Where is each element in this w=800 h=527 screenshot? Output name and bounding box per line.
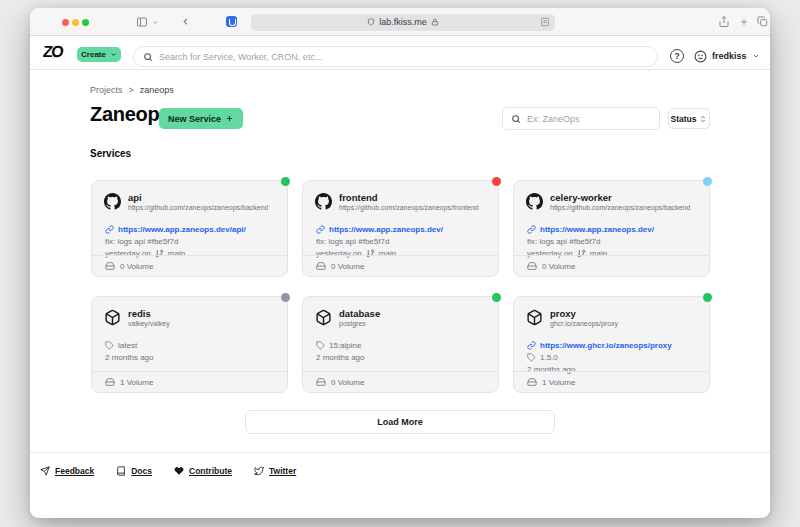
service-card-database[interactable]: database postgres 15:alpine 2 months ago… [302,296,499,393]
status-filter-button[interactable]: Status [668,108,710,129]
tag-icon [105,341,114,350]
search-icon [511,114,521,124]
volume-icon [316,377,326,387]
service-tag: latest [105,339,279,351]
service-updated: 2 months ago [105,351,279,363]
service-filter[interactable] [502,107,660,130]
sidebar-chevron-icon[interactable] [152,19,159,26]
address-bar[interactable]: lab.fkiss.me [251,14,555,31]
volume-icon [105,377,115,387]
browser-window: lab.fkiss.me ZO Create [30,8,770,518]
breadcrumb-current[interactable]: zaneops [140,85,174,95]
service-name: proxy [550,308,618,319]
tab-overview-icon[interactable] [757,16,768,27]
help-button[interactable]: ? [670,49,684,63]
zoom-window-button[interactable] [82,19,89,26]
footer-link-feedback[interactable]: Feedback [40,466,94,476]
service-volumes: 0 Volume [92,255,287,276]
status-dot [703,293,712,302]
send-icon [40,466,50,476]
breadcrumb: Projects > zaneops [90,85,174,95]
status-dot [703,177,712,186]
status-dot [281,177,290,186]
service-name: celery-worker [550,192,690,203]
service-updated: 2 months ago [316,351,490,363]
service-card-frontend[interactable]: frontend https://github.com/zaneops/zane… [302,180,499,277]
load-more-button[interactable]: Load More [245,410,555,434]
twitter-icon [254,466,264,476]
service-name: redis [128,308,170,319]
share-icon[interactable] [718,15,730,28]
footer-link-contribute[interactable]: Contribute [174,466,232,476]
package-icon [315,309,332,326]
chevron-down-icon [752,52,760,60]
service-source: valkey/valkey [128,319,170,328]
avatar-icon [694,50,707,63]
app-header: ZO Create ? fredkiss [30,36,770,70]
footer-link-docs[interactable]: Docs [116,466,152,476]
service-filter-input[interactable] [527,114,651,124]
url-text: lab.fkiss.me [379,17,427,27]
service-card-redis[interactable]: redis valkey/valkey latest 2 months ago … [91,296,288,393]
minimize-window-button[interactable] [72,19,79,26]
zaneops-logo[interactable]: ZO [42,43,63,61]
service-volumes: 1 Volume [92,371,287,392]
chevrons-up-down-icon [699,115,707,123]
service-name: database [339,308,380,319]
service-card-proxy[interactable]: proxy ghcr.io/zaneops/proxy https://www.… [513,296,710,393]
link-icon [527,225,536,234]
package-icon [526,309,543,326]
global-search[interactable] [133,46,658,67]
tag-icon [527,353,536,362]
service-url-link[interactable]: https://www.ghcr.io/zaneops/proxy [527,339,701,351]
chevron-down-icon [110,51,117,58]
sidebar-toggle-icon[interactable] [136,16,148,28]
lock-icon [431,18,439,26]
global-search-input[interactable] [159,52,648,62]
status-dot [492,177,501,186]
breadcrumb-projects[interactable]: Projects [90,85,123,95]
service-source: postgres [339,319,380,328]
service-source: https://github.com/zaneops/zaneops/backe… [550,203,690,212]
status-dot [492,293,501,302]
new-tab-icon[interactable] [739,17,749,27]
link-icon [527,341,536,350]
service-volumes: 0 Volume [514,255,709,276]
back-icon[interactable] [180,16,191,27]
plus-icon [225,114,234,123]
service-source: https://github.com/zaneops/zaneops/front… [339,203,479,212]
service-name: api [128,192,268,203]
github-icon [526,193,543,210]
footer-link-twitter[interactable]: Twitter [254,466,296,476]
book-icon [116,466,126,476]
service-commit: fix: logs api #fbe5f7d [316,235,490,247]
volume-icon [316,261,326,271]
new-service-button[interactable]: New Service [159,108,243,129]
user-name: fredkiss [712,51,747,61]
service-source: ghcr.io/zaneops/proxy [550,319,618,328]
service-commit: fix: logs api #fbe5f7d [105,235,279,247]
site-favicon[interactable] [226,16,237,27]
service-card-celery-worker[interactable]: celery-worker https://github.com/zaneops… [513,180,710,277]
service-volumes: 0 Volume [303,371,498,392]
create-button[interactable]: Create [77,47,121,62]
search-icon [143,52,153,62]
service-tag: 15:alpine [316,339,490,351]
volume-icon [527,377,537,387]
service-url-link[interactable]: https://www.app.zaneops.dev/api/ [105,223,279,235]
breadcrumb-separator: > [129,85,134,95]
service-name: frontend [339,192,479,203]
link-icon [316,225,325,234]
service-card-api[interactable]: api https://github.com/zaneops/zaneops/b… [91,180,288,277]
volume-icon [105,261,115,271]
github-icon [104,193,121,210]
package-icon [104,309,121,326]
link-icon [105,225,114,234]
services-section-label: Services [90,148,131,159]
user-menu[interactable]: fredkiss [694,48,760,64]
close-window-button[interactable] [62,19,69,26]
service-url-link[interactable]: https://www.app.zaneops.dev/ [527,223,701,235]
service-tag: 1.5.0 [527,351,701,363]
service-url-link[interactable]: https://www.app.zaneops.dev/ [316,223,490,235]
reader-view-icon[interactable] [540,17,550,27]
